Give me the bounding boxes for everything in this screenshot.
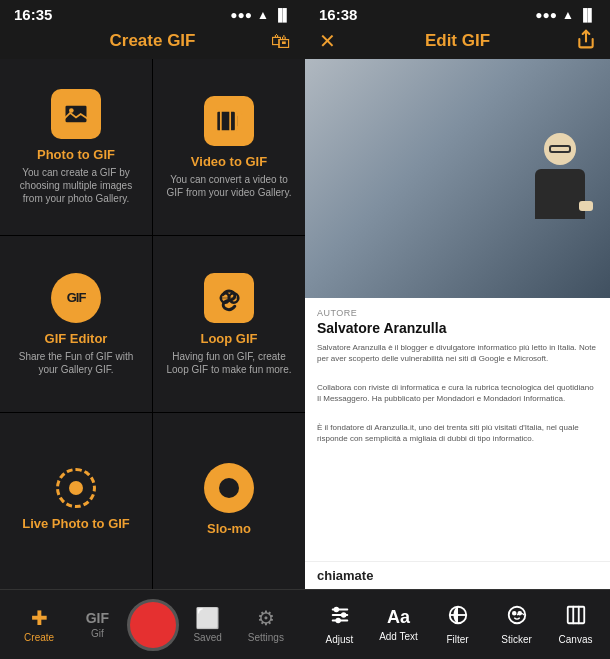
adjust-icon [329,604,351,631]
photo-to-gif-icon [51,89,101,139]
person-glasses [549,145,571,153]
loop-gif-title: Loop GIF [200,331,257,346]
person-hand [579,201,593,211]
canvas-label: Canvas [559,634,593,645]
tab-gif-label: Gif [91,628,104,639]
right-time: 16:38 [319,6,357,23]
saved-icon: ⬜ [195,606,220,630]
adjust-label: Adjust [326,634,354,645]
tab-settings-label: Settings [248,632,284,643]
grid-item-loop-gif[interactable]: Loop GIF Having fun on GIF, create Loop … [153,236,305,412]
tab-create-label: Create [24,632,54,643]
gif-preview: AUTORE Salvatore Aranzulla Salvatore Ara… [305,59,610,589]
left-panel: 16:35 ●●● ▲ ▐▌ Create GIF 🛍 Photo to GIF… [0,0,305,659]
left-header-title: Create GIF [110,31,196,51]
tab-gif[interactable]: GIF Gif [68,610,126,639]
tab-settings[interactable]: ⚙ Settings [237,606,295,643]
person-body [535,169,585,219]
video-to-gif-title: Video to GIF [191,154,267,169]
article-image [305,59,610,298]
bag-icon[interactable]: 🛍 [271,30,291,53]
tab-saved[interactable]: ⬜ Saved [179,606,237,643]
grid-item-slo-mo[interactable]: Slo-mo [153,413,305,589]
person-image [520,133,600,223]
tab-saved-label: Saved [193,632,221,643]
signal-icon: ●●● [230,8,252,22]
left-status-bar: 16:35 ●●● ▲ ▐▌ [0,0,305,27]
right-battery-icon: ▐▌ [579,8,596,22]
live-photo-icon [56,468,96,508]
close-button[interactable]: ✕ [319,29,336,53]
svg-point-22 [518,612,521,615]
right-wifi-icon: ▲ [562,8,574,22]
filter-label: Filter [446,634,468,645]
photo-to-gif-desc: You can create a GIF by choosing multipl… [10,166,142,205]
svg-point-15 [334,608,338,612]
settings-icon: ⚙ [257,606,275,630]
filter-icon [447,604,469,631]
gif-tab-icon: GIF [86,610,109,626]
slo-mo-icon [204,463,254,513]
share-button[interactable] [576,29,596,54]
right-status-icons: ●●● ▲ ▐▌ [535,8,596,22]
wifi-icon: ▲ [257,8,269,22]
svg-point-21 [512,612,515,615]
slo-mo-title: Slo-mo [207,521,251,536]
video-to-gif-desc: You can convert a video to GIF from your… [163,173,295,199]
loop-gif-desc: Having fun on GIF, create Loop GIF to ma… [163,350,295,376]
feature-grid: Photo to GIF You can create a GIF by cho… [0,59,305,589]
edit-toolbar: Adjust Aa Add Text Filter [305,589,610,659]
live-photo-title: Live Photo to GIF [22,516,130,531]
tab-create[interactable]: ✚ Create [10,606,68,643]
tool-add-text[interactable]: Aa Add Text [369,607,428,642]
article-autore-label: AUTORE [317,308,598,318]
create-icon: ✚ [31,606,48,630]
left-status-icons: ●●● ▲ ▐▌ [230,8,291,22]
tab-record[interactable] [127,599,179,651]
sticker-icon [506,604,528,631]
article-author-name: Salvatore Aranzulla [317,320,598,336]
record-button[interactable] [127,599,179,651]
tool-filter[interactable]: Filter [428,604,487,645]
slo-mo-inner-circle [219,478,239,498]
article-paragraph-2: Collabora con riviste di informatica e c… [317,382,598,404]
article-paragraph-1: Salvatore Aranzulla è il blogger e divul… [317,342,598,364]
article-chiama: chiamate [305,561,610,589]
battery-icon: ▐▌ [274,8,291,22]
svg-point-17 [336,619,340,623]
gif-editor-icon: GIF [51,273,101,323]
right-panel: 16:38 ●●● ▲ ▐▌ ✕ Edit GIF [305,0,610,659]
grid-item-video-to-gif[interactable]: Video to GIF You can convert a video to … [153,59,305,235]
tool-canvas[interactable]: Canvas [546,604,605,645]
grid-item-photo-to-gif[interactable]: Photo to GIF You can create a GIF by cho… [0,59,152,235]
video-to-gif-icon [204,96,254,146]
svg-point-16 [341,613,345,617]
right-status-bar: 16:38 ●●● ▲ ▐▌ [305,0,610,27]
person-head [544,133,576,165]
svg-rect-23 [567,607,584,624]
grid-item-live-photo-to-gif[interactable]: Live Photo to GIF [0,413,152,589]
article-card: AUTORE Salvatore Aranzulla Salvatore Ara… [305,59,610,589]
photo-to-gif-title: Photo to GIF [37,147,115,162]
gif-editor-desc: Share the Fun of GIF with your Gallery G… [10,350,142,376]
grid-item-gif-editor[interactable]: GIF GIF Editor Share the Fun of GIF with… [0,236,152,412]
article-content: AUTORE Salvatore Aranzulla Salvatore Ara… [305,298,610,562]
right-header-title: Edit GIF [425,31,490,51]
loop-gif-icon [204,273,254,323]
gif-editor-title: GIF Editor [45,331,108,346]
tool-sticker[interactable]: Sticker [487,604,546,645]
article-paragraph-3: È il fondatore di Aranzulla.it, uno dei … [317,422,598,444]
tool-adjust[interactable]: Adjust [310,604,369,645]
left-time: 16:35 [14,6,52,23]
right-nav-header: ✕ Edit GIF [305,27,610,59]
add-text-label: Add Text [379,631,418,642]
canvas-icon [565,604,587,631]
right-signal-icon: ●●● [535,8,557,22]
left-nav-header: Create GIF 🛍 [0,27,305,59]
tab-bar: ✚ Create GIF Gif ⬜ Saved ⚙ Settings [0,589,305,659]
live-photo-inner-circle [69,481,83,495]
sticker-label: Sticker [501,634,532,645]
add-text-icon: Aa [387,607,410,628]
